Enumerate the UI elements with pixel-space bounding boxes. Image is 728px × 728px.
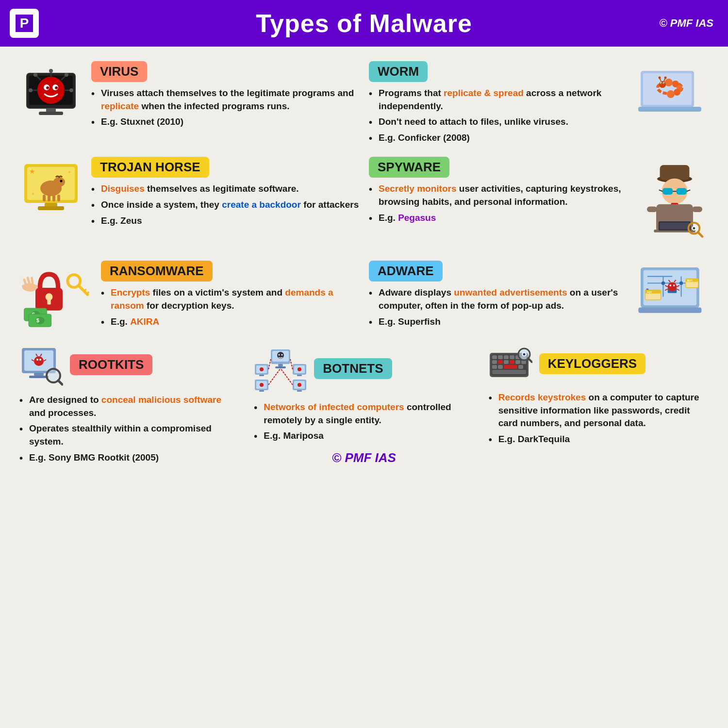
- footer-copyright: © PMF IAS: [254, 446, 474, 475]
- keyloggers-section: KEYLOGGERS Records keystrokes on a compu…: [489, 346, 709, 448]
- svg-line-153: [268, 368, 281, 385]
- svg-point-102: [673, 285, 675, 287]
- svg-point-34: [661, 83, 662, 84]
- virus-icon-box: [19, 61, 83, 121]
- adware-section: ADWARE Adware displays unwanted advertis…: [369, 261, 709, 331]
- svg-point-119: [36, 359, 38, 361]
- rootkits-tag: ROOTKITS: [70, 354, 152, 375]
- ransomware-title: RANSOMWARE: [110, 264, 204, 278]
- svg-line-71: [698, 232, 702, 237]
- virus-text: VIRUS Viruses attach themselves to the l…: [91, 61, 359, 132]
- svg-point-51: [60, 180, 63, 182]
- svg-point-97: [679, 281, 683, 285]
- svg-rect-158: [492, 355, 497, 359]
- logo-inner: P: [16, 15, 33, 32]
- list-item: E.g. Stuxnet (2010): [91, 116, 359, 129]
- svg-rect-160: [504, 355, 509, 359]
- svg-rect-20: [39, 112, 63, 115]
- svg-rect-173: [518, 365, 523, 369]
- svg-rect-65: [647, 207, 657, 212]
- virus-section: VIRUS Viruses attach themselves to the l…: [19, 61, 359, 132]
- svg-line-154: [290, 359, 293, 369]
- logo: P: [10, 9, 39, 38]
- svg-rect-167: [510, 360, 514, 364]
- keyloggers-title: KEYLOGGERS: [548, 356, 637, 371]
- ransomware-section: $ $ RANSOMWARE Encrypts files on a victi…: [19, 261, 359, 331]
- botnets-icon: [254, 346, 307, 394]
- svg-point-4: [49, 69, 53, 73]
- worm-text: WORM Programs that replicate & spread ac…: [369, 61, 622, 147]
- svg-point-35: [664, 83, 665, 84]
- svg-rect-125: [34, 373, 44, 376]
- svg-point-38: [659, 77, 661, 79]
- list-item: E.g. Zeus: [91, 215, 359, 228]
- svg-line-176: [528, 358, 532, 362]
- svg-rect-115: [638, 308, 701, 313]
- svg-rect-19: [46, 108, 56, 112]
- rootkits-title: ROOTKITS: [79, 357, 144, 372]
- virus-list: Viruses attach themselves to the legitim…: [91, 87, 359, 129]
- svg-point-8: [33, 73, 37, 77]
- worm-icon: [636, 61, 709, 124]
- keyloggers-icon: [489, 346, 532, 384]
- svg-rect-126: [29, 376, 49, 378]
- keyloggers-list: Records keystrokes on a computer to capt…: [489, 391, 709, 446]
- ransomware-list: Encrypts files on a victim's system and …: [101, 286, 359, 328]
- header: P Types of Malware © PMF IAS: [0, 0, 728, 47]
- svg-rect-139: [259, 375, 264, 376]
- worm-icon-box: [631, 61, 709, 126]
- rootkits-icon-box: [19, 346, 63, 389]
- svg-rect-168: [515, 360, 520, 364]
- bottom-row: ROOTKITS Are designed to conceal malicio…: [19, 346, 709, 485]
- svg-rect-47: [43, 195, 46, 201]
- svg-text:AD!: AD!: [647, 291, 652, 294]
- svg-point-2: [37, 77, 65, 104]
- keyloggers-header: KEYLOGGERS: [489, 346, 709, 386]
- worm-section: WORM Programs that replicate & spread ac…: [369, 61, 709, 147]
- svg-rect-22: [643, 73, 692, 105]
- trojan-icon-box: ★ + +: [19, 157, 83, 217]
- svg-line-82: [28, 278, 30, 284]
- svg-line-155: [281, 368, 293, 385]
- svg-rect-165: [498, 360, 503, 364]
- worm-tag: WORM: [369, 61, 428, 82]
- list-item: E.g. Pegasus: [369, 212, 632, 225]
- adware-list: Adware displays unwanted advertisements …: [369, 286, 627, 328]
- svg-point-133: [281, 354, 283, 356]
- svg-rect-56: [660, 165, 690, 180]
- spyware-tag: SPYWARE: [369, 157, 449, 178]
- list-item: E.g. AKIRA: [101, 315, 359, 329]
- svg-rect-66: [692, 207, 702, 212]
- adware-icon: AD! BUY!: [636, 261, 709, 324]
- svg-rect-171: [498, 365, 503, 369]
- spyware-icon-box: [641, 157, 709, 251]
- svg-line-83: [32, 278, 33, 284]
- svg-point-138: [260, 367, 264, 371]
- trojan-icon: ★ + +: [19, 157, 83, 215]
- svg-point-150: [298, 383, 301, 387]
- svg-rect-42: [45, 203, 57, 207]
- list-item: Operates stealthily within a compromised…: [19, 422, 239, 448]
- svg-point-96: [662, 281, 665, 285]
- list-item: E.g. Superfish: [369, 315, 627, 329]
- list-item: E.g. Mariposa: [254, 430, 474, 443]
- list-item: Programs that replicate & spread across …: [369, 87, 622, 113]
- svg-rect-43: [38, 206, 64, 210]
- svg-point-142: [260, 383, 264, 387]
- svg-rect-76: [47, 299, 50, 305]
- svg-rect-143: [259, 390, 264, 392]
- list-item: Networks of infected computers controlle…: [254, 401, 474, 427]
- svg-rect-161: [510, 355, 514, 359]
- ransomware-icon-box: $ $: [19, 261, 92, 331]
- svg-rect-172: [504, 365, 517, 369]
- svg-point-73: [693, 227, 695, 230]
- virus-tag: VIRUS: [91, 61, 147, 82]
- svg-point-179: [524, 354, 525, 355]
- svg-point-118: [34, 356, 44, 366]
- svg-line-152: [268, 359, 271, 369]
- list-item: Encrypts files on a victim's system and …: [101, 286, 359, 312]
- rootkits-icon: [19, 346, 63, 387]
- svg-point-12: [69, 88, 73, 92]
- trojan-text: TROJAN HORSE Disguises themselves as leg…: [91, 157, 359, 230]
- svg-line-128: [58, 381, 62, 384]
